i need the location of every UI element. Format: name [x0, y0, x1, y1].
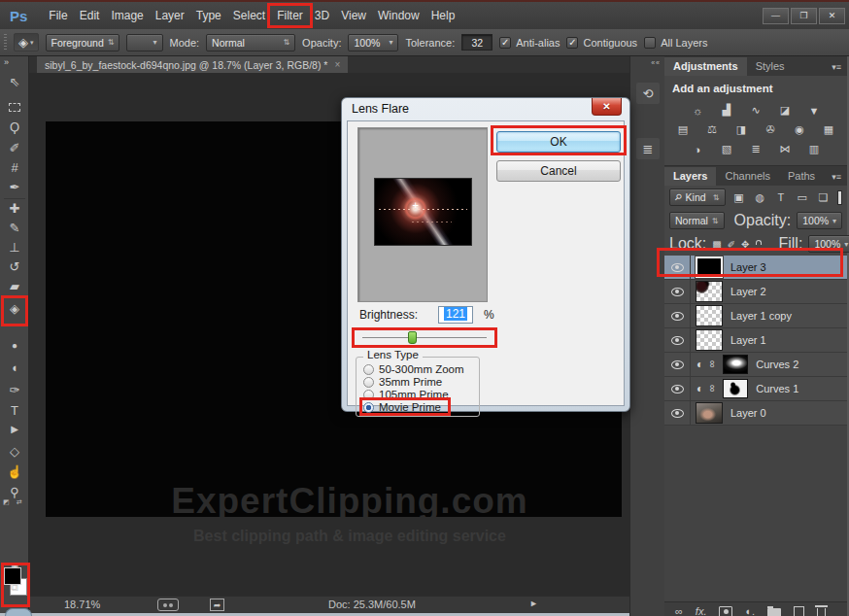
exposure-icon[interactable]: ◪	[774, 103, 796, 118]
link-layers-icon[interactable]: ∞	[675, 605, 683, 616]
menu-select[interactable]: Select	[227, 6, 271, 25]
layer-row-curves2[interactable]: ◐ ∞ Curves 2	[664, 353, 847, 377]
close-button[interactable]: ✕	[819, 8, 845, 24]
layer-thumbnail[interactable]	[696, 329, 723, 351]
layer-thumbnail[interactable]	[696, 402, 723, 424]
tab-styles[interactable]: Styles	[747, 57, 794, 76]
filter-pixel-layers-icon[interactable]: ▣	[731, 189, 747, 205]
lens-flare-dialog[interactable]: Lens Flare ✕ + OK Cancel Brightness: 121…	[341, 97, 630, 412]
selective-color-icon[interactable]: ▥	[803, 142, 825, 156]
swap-swatches-icon[interactable]: ⇄	[17, 498, 22, 506]
pen-tool[interactable]: ✑	[0, 383, 29, 397]
contiguous-checkbox[interactable]: ✓	[566, 37, 578, 49]
menu-image[interactable]: Image	[105, 6, 149, 25]
panel-menu-icon[interactable]: ▾≡	[826, 172, 847, 186]
eraser-tool[interactable]: ▰	[0, 279, 29, 293]
move-tool[interactable]: ⇖	[0, 75, 29, 89]
mode-select[interactable]: Normal ⇅	[206, 34, 295, 51]
path-selection-tool[interactable]: ▶	[0, 424, 29, 434]
layer-row-layer0[interactable]: Layer 0	[664, 401, 847, 426]
flare-center-crosshair[interactable]: +	[413, 199, 419, 211]
share-icon[interactable]: ➦	[210, 599, 224, 611]
active-tool-badge[interactable]: ◈ ▾	[14, 33, 39, 51]
menu-3d[interactable]: 3D	[309, 6, 335, 25]
radio-icon[interactable]	[363, 364, 374, 375]
radio-35mm-prime[interactable]: 35mm Prime	[363, 376, 442, 388]
new-layer-icon[interactable]	[794, 606, 804, 616]
foreground-color-swatch[interactable]	[4, 567, 21, 585]
filter-type-layers-icon[interactable]: T	[773, 189, 789, 205]
restore-button[interactable]: ❐	[791, 8, 817, 24]
black-white-icon[interactable]: ◨	[730, 122, 752, 137]
layer-name[interactable]: Layer 3	[730, 261, 766, 273]
layer-row-layer1[interactable]: Layer 1	[664, 328, 847, 353]
quick-selection-tool[interactable]: ✐	[0, 141, 29, 155]
blend-mode-select[interactable]: Normal ⇅	[669, 212, 725, 229]
visibility-eye-icon[interactable]	[671, 360, 684, 369]
hue-saturation-icon[interactable]: ▤	[672, 122, 694, 137]
options-grip[interactable]	[4, 34, 7, 51]
new-adjustment-icon[interactable]: ◐.	[745, 605, 755, 616]
visibility-eye-icon[interactable]	[671, 263, 684, 272]
menu-help[interactable]: Help	[425, 6, 461, 25]
brush-tool[interactable]: ✎	[0, 221, 29, 235]
crop-tool[interactable]: #	[0, 160, 29, 175]
properties-panel-icon[interactable]: ≣	[636, 138, 660, 159]
menu-edit[interactable]: Edit	[74, 6, 106, 25]
vibrance-icon[interactable]: ▼	[803, 103, 825, 118]
hand-tool[interactable]: ☝	[0, 464, 29, 479]
visibility-eye-icon[interactable]	[671, 385, 684, 394]
layer-mask-thumbnail[interactable]	[723, 379, 748, 398]
cancel-button[interactable]: Cancel	[496, 160, 621, 182]
pattern-select[interactable]: ▾	[126, 34, 163, 51]
blur-tool[interactable]: ●	[0, 340, 29, 351]
visibility-eye-icon[interactable]	[671, 409, 684, 418]
layer-name[interactable]: Curves 2	[756, 359, 798, 370]
clone-stamp-tool[interactable]: ⊥	[0, 240, 29, 255]
layer-style-fx-icon[interactable]: fx.	[696, 605, 707, 616]
document-tab[interactable]: sibyl_6_by_faestock-d694qno.jpg @ 18.7% …	[37, 56, 348, 73]
zoom-tool[interactable]: ⚲	[0, 485, 29, 499]
photo-filter-icon[interactable]: ✇	[760, 122, 781, 137]
tolerance-input[interactable]: 32	[461, 34, 492, 51]
visibility-eye-icon[interactable]	[671, 288, 684, 296]
tab-paths[interactable]: Paths	[779, 167, 824, 186]
layer-name[interactable]: Layer 1 copy	[730, 310, 792, 322]
visibility-eye-icon[interactable]	[671, 336, 684, 345]
menu-window[interactable]: Window	[372, 6, 425, 25]
menu-file[interactable]: File	[43, 6, 73, 25]
menu-type[interactable]: Type	[190, 6, 227, 25]
anti-alias-checkbox[interactable]: ✓	[499, 37, 511, 49]
lock-transparency-icon[interactable]: ▩	[712, 239, 721, 250]
history-panel-icon[interactable]: ⟲	[636, 83, 660, 104]
filter-toggle[interactable]	[837, 190, 842, 205]
toolbar-expand-icon[interactable]: »	[0, 57, 29, 67]
invert-icon[interactable]: ◑	[687, 142, 708, 156]
lock-pixels-icon[interactable]: ✐	[728, 239, 735, 250]
filter-adjustment-layers-icon[interactable]: ◍	[752, 189, 767, 205]
type-tool[interactable]: T	[0, 403, 29, 418]
dock-expand-icon[interactable]: ««	[651, 59, 661, 66]
dialog-close-icon[interactable]: ✕	[592, 98, 622, 116]
delete-layer-icon[interactable]	[817, 608, 826, 616]
layer-name[interactable]: Layer 1	[730, 334, 766, 346]
channel-mixer-icon[interactable]: ◉	[789, 122, 810, 137]
radio-50-300mm-zoom[interactable]: 50-300mm Zoom	[363, 363, 464, 375]
clip-link-icon[interactable]: ∞	[707, 359, 719, 370]
threshold-icon[interactable]: ≣	[745, 142, 766, 156]
radio-movie-prime[interactable]: Movie Prime	[363, 401, 441, 413]
healing-brush-tool[interactable]: ✚	[0, 201, 29, 216]
tab-adjustments[interactable]: Adjustments	[664, 57, 747, 76]
curves-icon[interactable]: ∿	[745, 103, 766, 118]
layer-row-layer3[interactable]: Layer 3	[664, 256, 847, 280]
status-menu-icon[interactable]: ►	[529, 599, 538, 608]
fill-source-select[interactable]: Foreground ⇅	[46, 34, 119, 51]
filter-shape-layers-icon[interactable]: ▭	[795, 189, 810, 205]
marquee-tool[interactable]	[9, 103, 20, 112]
visibility-eye-icon[interactable]	[671, 312, 684, 321]
layer-thumbnail[interactable]	[696, 305, 723, 326]
menu-layer[interactable]: Layer	[150, 6, 190, 25]
lock-position-icon[interactable]: ✥	[741, 239, 749, 250]
shape-tool[interactable]: ◇	[0, 444, 29, 459]
filter-smart-objects-icon[interactable]: ❏	[816, 189, 832, 205]
